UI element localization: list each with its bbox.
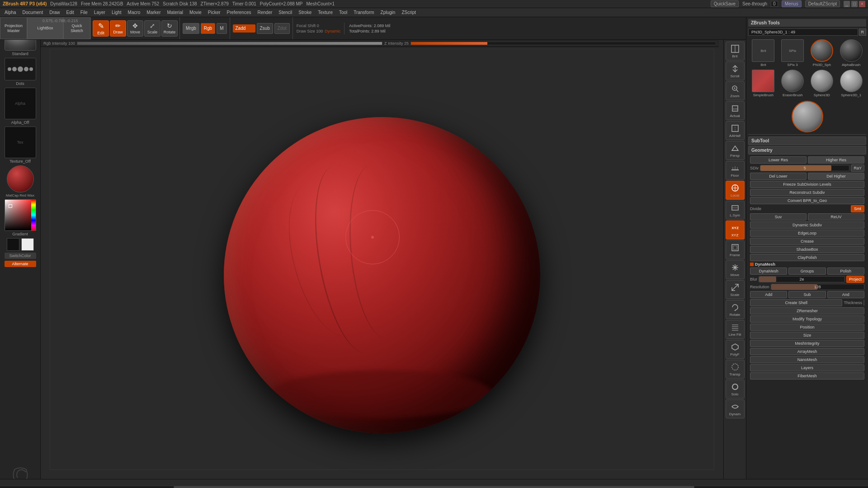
del-lower-btn[interactable]: Del Lower (750, 173, 807, 180)
subtool-header[interactable]: SubTool (748, 136, 866, 145)
menu-picker[interactable]: Picker (205, 9, 223, 16)
switchcolor-label[interactable]: SwitchColor (5, 253, 36, 259)
active-brush-preview[interactable] (748, 101, 866, 132)
persp-icon[interactable]: Persp (726, 141, 745, 160)
hue-strip[interactable] (31, 200, 36, 230)
edgeloop-btn[interactable]: EdgeLoop (750, 230, 864, 237)
menu-preferences[interactable]: Preferences (224, 9, 254, 16)
rgb-btn[interactable]: Rgb (201, 23, 215, 34)
rotate-btn[interactable]: ↻ Rotate (161, 20, 178, 37)
blur-slider[interactable]: 2e (759, 276, 845, 282)
aahalf-icon[interactable]: AAHalf (726, 121, 745, 140)
menu-texture[interactable]: Texture (315, 9, 335, 16)
canvas-area[interactable] (41, 40, 723, 479)
layers-btn[interactable]: Layers (750, 364, 864, 371)
dynamic-label[interactable]: Dynamic (325, 29, 340, 33)
alpha-brush-item[interactable]: AlphaBrush (840, 39, 863, 67)
brit-brush[interactable]: Brit Brit (752, 39, 774, 67)
suv-btn[interactable]: Suv (750, 213, 807, 221)
menu-light[interactable]: Light (109, 9, 124, 16)
spix3-brush[interactable]: SPix SPix 3 (781, 39, 804, 67)
material-container[interactable]: MatCap Red Wax (6, 165, 34, 197)
resolution-slider[interactable]: 128 (771, 284, 864, 290)
edit-btn[interactable]: ✎ Edit (93, 20, 109, 37)
frame-icon[interactable]: Frame (726, 240, 745, 259)
move-side-icon[interactable]: Move (726, 260, 745, 279)
nano-mesh-btn[interactable]: NanoMesh (750, 356, 864, 363)
menu-alpha[interactable]: Alpha (2, 9, 19, 16)
color-picker-container[interactable]: Gradient (5, 199, 36, 236)
scroll-icon[interactable]: Scroll (726, 61, 745, 80)
menu-edit[interactable]: Edit (64, 9, 77, 16)
menu-render[interactable]: Render (255, 9, 275, 16)
menu-stroke[interactable]: Stroke (296, 9, 314, 16)
fiber-mesh-btn[interactable]: FiberMesh (750, 372, 864, 380)
menu-marker[interactable]: Marker (144, 9, 163, 16)
color-picker[interactable] (5, 199, 36, 231)
shadowbox-btn[interactable]: ShadowBox (750, 246, 864, 253)
crease-btn[interactable]: Crease (750, 238, 864, 245)
menu-layer[interactable]: Layer (91, 9, 108, 16)
reconstruct-btn[interactable]: Reconstruct Subdiv (750, 189, 864, 196)
m-btn[interactable]: M (217, 23, 226, 34)
pn3d-brush[interactable]: PN3D_Sph (811, 39, 833, 67)
zremesher-btn[interactable]: ZRemesher (750, 307, 864, 314)
modify-topology-btn[interactable]: Modify Topology (750, 315, 864, 323)
convert-btn[interactable]: Convert BPR_to_Geo (750, 197, 864, 204)
claypolish-btn[interactable]: ClayPolish (750, 254, 864, 261)
menu-draw[interactable]: Draw (47, 9, 62, 16)
menus-btn[interactable]: Menus (782, 0, 802, 7)
tool-name-display[interactable]: PN3D_Sphere3D_1 : 49 (748, 28, 858, 36)
menu-zscript[interactable]: ZScript (399, 9, 419, 16)
size-btn[interactable]: Size (750, 332, 864, 339)
brit-icon[interactable]: Brit (726, 42, 745, 61)
scale-btn[interactable]: ⤢ Scale (144, 20, 160, 37)
tool-r-btn[interactable]: R (859, 28, 867, 36)
xyz-icon[interactable]: XYZ XYZ (726, 221, 745, 239)
solo-icon[interactable]: Solo (726, 380, 745, 399)
default-zscript-btn[interactable]: DefaultZScript (805, 0, 840, 7)
dynamesh-btn[interactable]: DynaMesh (750, 267, 787, 275)
projection-master-btn[interactable]: Projection Master (0, 17, 27, 39)
array-mesh-btn[interactable]: ArrayMesh (750, 348, 864, 355)
menu-document[interactable]: Document (20, 9, 46, 16)
menu-transform[interactable]: Transform (351, 9, 377, 16)
eraser-brush-item[interactable]: EraserBrush (781, 70, 804, 97)
lower-res-btn[interactable]: Lower Res (750, 156, 807, 164)
and-btn[interactable]: And (827, 291, 864, 298)
project-btn[interactable]: Project (846, 276, 864, 283)
sphere3d1-item[interactable]: Sphere3D_1 (840, 70, 863, 97)
polish-btn[interactable]: Polish (827, 267, 864, 275)
menu-stencil[interactable]: Stencil (276, 9, 295, 16)
floor-icon[interactable]: Floor (726, 161, 745, 180)
reuv-btn[interactable]: ReUV (808, 213, 864, 221)
freeze-subdiv-btn[interactable]: Freeze SubDivision Levels (750, 181, 864, 188)
transp-icon[interactable]: Transp (726, 360, 745, 379)
create-shell-btn[interactable]: Create Shell (750, 299, 842, 306)
alpha-container[interactable]: Alpha Alpha_Off (5, 88, 36, 125)
simple-brush-item[interactable]: SimpleBrush (752, 70, 774, 97)
quicksave-btn[interactable]: QuickSave (711, 0, 739, 7)
zoom-icon[interactable]: Zoom (726, 81, 745, 100)
menu-file[interactable]: File (78, 9, 90, 16)
scroll-thumb[interactable] (174, 486, 694, 488)
window-controls[interactable]: _ □ × (844, 1, 865, 7)
texture-container[interactable]: Tex Texture_Off (5, 127, 36, 164)
mrgb-btn[interactable]: Mrgb (183, 23, 199, 34)
add-btn[interactable]: Add (750, 291, 787, 298)
rgb-intensity-slider[interactable] (77, 42, 382, 45)
linefill-icon[interactable]: Line Fill (726, 320, 745, 339)
seethrough-value[interactable]: 0 (771, 1, 778, 7)
black-swatch[interactable] (7, 238, 19, 251)
zsub-btn[interactable]: Zsub (257, 23, 273, 34)
polyf-icon[interactable]: PolyF (726, 340, 745, 359)
zdot-btn[interactable]: Zdot (274, 23, 290, 34)
rotate-side-icon[interactable]: Rotate (726, 300, 745, 319)
sphere3d-item[interactable]: Sphere3D (811, 70, 833, 97)
z-intensity-slider[interactable] (410, 42, 716, 45)
alternate-label[interactable]: Alternate (5, 261, 36, 267)
mesh-integrity-btn[interactable]: MeshIntegrity (750, 340, 864, 347)
menu-tool[interactable]: Tool (336, 9, 350, 16)
higher-res-btn[interactable]: Higher Res (808, 156, 864, 164)
geometry-header[interactable]: Geometry (748, 146, 866, 155)
